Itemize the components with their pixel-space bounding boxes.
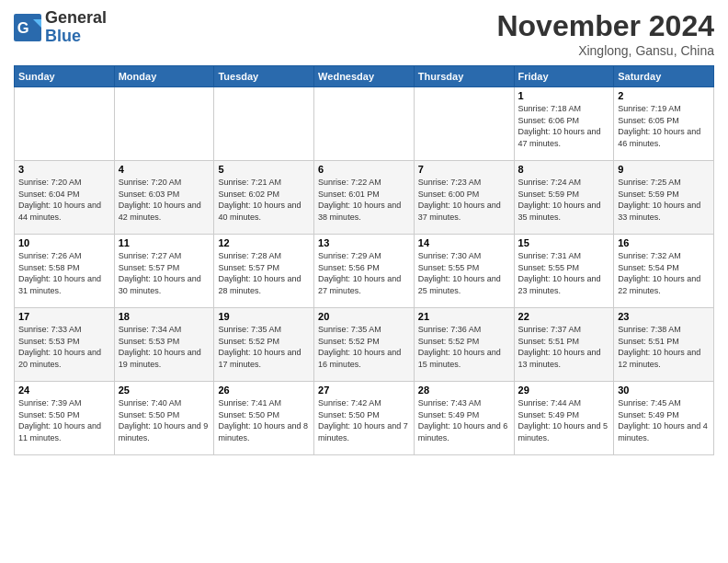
day-cell-1-4: 7Sunrise: 7:23 AMSunset: 6:00 PMDaylight… [414, 161, 514, 235]
day-cell-1-3: 6Sunrise: 7:22 AMSunset: 6:01 PMDaylight… [314, 161, 415, 235]
day-info: Sunrise: 7:22 AMSunset: 6:01 PMDaylight:… [318, 177, 410, 223]
week-row-1: 3Sunrise: 7:20 AMSunset: 6:04 PMDaylight… [15, 161, 714, 235]
day-number: 5 [218, 164, 310, 175]
week-row-4: 24Sunrise: 7:39 AMSunset: 5:50 PMDayligh… [15, 382, 714, 455]
day-info: Sunrise: 7:44 AMSunset: 5:49 PMDaylight:… [518, 397, 610, 443]
day-cell-2-3: 13Sunrise: 7:29 AMSunset: 5:56 PMDayligh… [314, 235, 415, 308]
day-info: Sunrise: 7:31 AMSunset: 5:55 PMDaylight:… [518, 250, 610, 296]
day-number: 23 [618, 311, 710, 322]
day-info: Sunrise: 7:26 AMSunset: 5:58 PMDaylight:… [18, 250, 110, 296]
day-number: 7 [418, 164, 510, 175]
day-info: Sunrise: 7:18 AMSunset: 6:06 PMDaylight:… [518, 103, 610, 149]
day-number: 30 [618, 385, 710, 396]
day-cell-0-3 [314, 87, 415, 161]
day-number: 8 [518, 164, 610, 175]
day-cell-4-6: 30Sunrise: 7:45 AMSunset: 5:49 PMDayligh… [614, 382, 714, 455]
day-cell-1-1: 4Sunrise: 7:20 AMSunset: 6:03 PMDaylight… [114, 161, 214, 235]
day-info: Sunrise: 7:40 AMSunset: 5:50 PMDaylight:… [119, 397, 210, 443]
month-title: November 2024 [496, 9, 714, 43]
week-row-2: 10Sunrise: 7:26 AMSunset: 5:58 PMDayligh… [15, 235, 714, 308]
th-thursday: Thursday [414, 66, 514, 87]
day-number: 20 [318, 311, 410, 322]
day-number: 26 [218, 385, 310, 396]
day-number: 18 [119, 311, 210, 322]
day-cell-3-4: 21Sunrise: 7:36 AMSunset: 5:52 PMDayligh… [414, 308, 514, 382]
day-number: 24 [18, 385, 110, 396]
th-sunday: Sunday [15, 66, 115, 87]
day-cell-2-6: 16Sunrise: 7:32 AMSunset: 5:54 PMDayligh… [614, 235, 714, 308]
day-number: 16 [618, 237, 710, 248]
calendar-page: G General Blue November 2024 Xinglong, G… [0, 0, 728, 563]
day-number: 27 [318, 385, 410, 396]
day-info: Sunrise: 7:32 AMSunset: 5:54 PMDaylight:… [618, 250, 710, 296]
day-info: Sunrise: 7:45 AMSunset: 5:49 PMDaylight:… [618, 397, 710, 443]
day-number: 1 [518, 90, 610, 101]
logo: G General Blue [14, 9, 107, 46]
title-area: November 2024 Xinglong, Gansu, China [496, 9, 714, 58]
calendar-table: Sunday Monday Tuesday Wednesday Thursday… [14, 65, 714, 455]
day-info: Sunrise: 7:24 AMSunset: 5:59 PMDaylight:… [518, 177, 610, 223]
logo-text: General Blue [45, 9, 107, 46]
day-cell-3-5: 22Sunrise: 7:37 AMSunset: 5:51 PMDayligh… [514, 308, 614, 382]
svg-text:G: G [17, 19, 29, 36]
day-number: 28 [418, 385, 510, 396]
day-cell-2-5: 15Sunrise: 7:31 AMSunset: 5:55 PMDayligh… [514, 235, 614, 308]
logo-icon: G [14, 14, 41, 41]
day-info: Sunrise: 7:20 AMSunset: 6:03 PMDaylight:… [119, 177, 210, 223]
day-info: Sunrise: 7:35 AMSunset: 5:52 PMDaylight:… [318, 324, 410, 370]
day-number: 19 [218, 311, 310, 322]
day-cell-3-0: 17Sunrise: 7:33 AMSunset: 5:53 PMDayligh… [15, 308, 115, 382]
day-cell-3-3: 20Sunrise: 7:35 AMSunset: 5:52 PMDayligh… [314, 308, 415, 382]
day-number: 15 [518, 237, 610, 248]
th-saturday: Saturday [614, 66, 714, 87]
th-wednesday: Wednesday [314, 66, 415, 87]
logo-blue: Blue [45, 28, 107, 46]
day-info: Sunrise: 7:28 AMSunset: 5:57 PMDaylight:… [218, 250, 310, 296]
th-monday: Monday [114, 66, 214, 87]
day-info: Sunrise: 7:21 AMSunset: 6:02 PMDaylight:… [218, 177, 310, 223]
day-info: Sunrise: 7:37 AMSunset: 5:51 PMDaylight:… [518, 324, 610, 370]
day-number: 10 [18, 237, 110, 248]
day-cell-4-5: 29Sunrise: 7:44 AMSunset: 5:49 PMDayligh… [514, 382, 614, 455]
day-number: 4 [119, 164, 210, 175]
day-number: 25 [119, 385, 210, 396]
day-number: 14 [418, 237, 510, 248]
week-row-3: 17Sunrise: 7:33 AMSunset: 5:53 PMDayligh… [15, 308, 714, 382]
day-cell-4-0: 24Sunrise: 7:39 AMSunset: 5:50 PMDayligh… [15, 382, 115, 455]
day-number: 21 [418, 311, 510, 322]
day-number: 22 [518, 311, 610, 322]
day-cell-1-6: 9Sunrise: 7:25 AMSunset: 5:59 PMDaylight… [614, 161, 714, 235]
day-cell-4-1: 25Sunrise: 7:40 AMSunset: 5:50 PMDayligh… [114, 382, 214, 455]
day-info: Sunrise: 7:23 AMSunset: 6:00 PMDaylight:… [418, 177, 510, 223]
day-cell-0-6: 2Sunrise: 7:19 AMSunset: 6:05 PMDaylight… [614, 87, 714, 161]
day-cell-0-2 [214, 87, 314, 161]
day-info: Sunrise: 7:29 AMSunset: 5:56 PMDaylight:… [318, 250, 410, 296]
day-info: Sunrise: 7:39 AMSunset: 5:50 PMDaylight:… [18, 397, 110, 443]
day-info: Sunrise: 7:35 AMSunset: 5:52 PMDaylight:… [218, 324, 310, 370]
day-number: 9 [618, 164, 710, 175]
day-info: Sunrise: 7:41 AMSunset: 5:50 PMDaylight:… [218, 397, 310, 443]
day-info: Sunrise: 7:33 AMSunset: 5:53 PMDaylight:… [18, 324, 110, 370]
day-cell-1-0: 3Sunrise: 7:20 AMSunset: 6:04 PMDaylight… [15, 161, 115, 235]
day-number: 29 [518, 385, 610, 396]
week-row-0: 1Sunrise: 7:18 AMSunset: 6:06 PMDaylight… [15, 87, 714, 161]
day-info: Sunrise: 7:19 AMSunset: 6:05 PMDaylight:… [618, 103, 710, 149]
day-cell-3-6: 23Sunrise: 7:38 AMSunset: 5:51 PMDayligh… [614, 308, 714, 382]
day-cell-2-0: 10Sunrise: 7:26 AMSunset: 5:58 PMDayligh… [15, 235, 115, 308]
day-cell-4-3: 27Sunrise: 7:42 AMSunset: 5:50 PMDayligh… [314, 382, 415, 455]
day-number: 17 [18, 311, 110, 322]
day-cell-2-2: 12Sunrise: 7:28 AMSunset: 5:57 PMDayligh… [214, 235, 314, 308]
day-cell-4-2: 26Sunrise: 7:41 AMSunset: 5:50 PMDayligh… [214, 382, 314, 455]
day-number: 12 [218, 237, 310, 248]
day-cell-0-5: 1Sunrise: 7:18 AMSunset: 6:06 PMDaylight… [514, 87, 614, 161]
day-cell-0-1 [114, 87, 214, 161]
weekday-row: Sunday Monday Tuesday Wednesday Thursday… [15, 66, 714, 87]
day-info: Sunrise: 7:38 AMSunset: 5:51 PMDaylight:… [618, 324, 710, 370]
day-info: Sunrise: 7:25 AMSunset: 5:59 PMDaylight:… [618, 177, 710, 223]
day-number: 2 [618, 90, 710, 101]
th-tuesday: Tuesday [214, 66, 314, 87]
day-info: Sunrise: 7:20 AMSunset: 6:04 PMDaylight:… [18, 177, 110, 223]
day-cell-1-5: 8Sunrise: 7:24 AMSunset: 5:59 PMDaylight… [514, 161, 614, 235]
day-info: Sunrise: 7:43 AMSunset: 5:49 PMDaylight:… [418, 397, 510, 443]
logo-general: General [45, 9, 107, 28]
